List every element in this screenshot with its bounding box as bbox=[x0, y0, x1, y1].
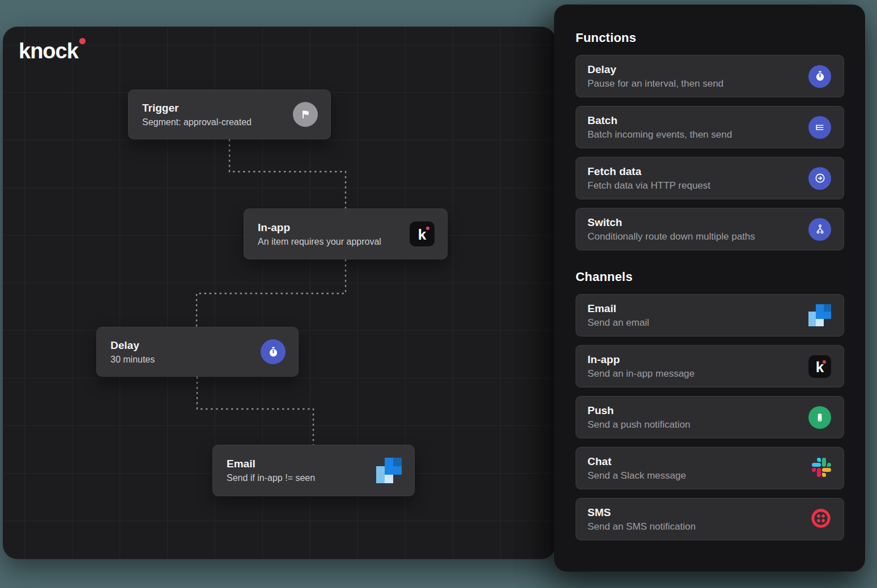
workflow-node-in-app[interactable]: In-appAn item requires your approval k bbox=[244, 208, 448, 259]
workflow-node-delay[interactable]: Delay30 minutes bbox=[96, 327, 299, 377]
function-item-switch[interactable]: SwitchConditionally route down multiple … bbox=[576, 208, 844, 250]
connector-2 bbox=[197, 259, 346, 327]
section-title-channels: Channels bbox=[576, 270, 844, 284]
channel-item-push[interactable]: PushSend a push notification bbox=[576, 396, 844, 438]
switch-icon bbox=[808, 218, 831, 241]
item-subtitle: Batch incoming events, then send bbox=[587, 129, 732, 140]
function-item-delay[interactable]: DelayPause for an interval, then send bbox=[576, 55, 844, 97]
item-title: Push bbox=[587, 404, 690, 417]
item-subtitle: Send a Slack message bbox=[587, 470, 686, 482]
channel-item-chat[interactable]: ChatSend a Slack message bbox=[576, 447, 844, 489]
item-subtitle: Conditionally route down multiple paths bbox=[587, 231, 755, 242]
item-subtitle: Fetch data via HTTP request bbox=[587, 180, 710, 191]
item-title: Batch bbox=[587, 114, 732, 127]
item-title: In-app bbox=[587, 353, 695, 366]
delay-icon bbox=[261, 339, 286, 364]
channel-item-sms[interactable]: SMSSend an SMS notification bbox=[576, 498, 844, 540]
sendgrid-icon bbox=[376, 458, 402, 483]
item-title: SMS bbox=[587, 506, 696, 519]
connector-3 bbox=[197, 377, 313, 445]
item-subtitle: Send an SMS notification bbox=[587, 521, 696, 532]
item-subtitle: Send an email bbox=[587, 317, 649, 329]
item-title: Email bbox=[587, 302, 649, 315]
workflow-canvas[interactable]: knock TriggerSegment: approval-createdIn… bbox=[3, 27, 556, 559]
twilio-icon bbox=[811, 508, 831, 531]
batch-icon bbox=[808, 116, 831, 139]
sendgrid-icon bbox=[808, 304, 831, 327]
channel-item-in-app[interactable]: In-appSend an in-app message k bbox=[576, 345, 844, 387]
flag-icon bbox=[293, 102, 318, 127]
workflow-node-email[interactable]: EmailSend if in-app != seen bbox=[212, 445, 415, 496]
node-subtitle: 30 minutes bbox=[110, 355, 155, 365]
node-title: In-app bbox=[258, 221, 381, 234]
node-title: Email bbox=[227, 458, 315, 470]
section-functions: FunctionsDelayPause for an interval, the… bbox=[576, 31, 844, 250]
node-title: Trigger bbox=[142, 102, 252, 114]
slack-icon bbox=[812, 458, 831, 479]
item-subtitle: Pause for an interval, then send bbox=[587, 78, 723, 90]
knock-icon: k bbox=[410, 221, 435, 246]
node-subtitle: Send if in-app != seen bbox=[227, 473, 315, 483]
workflow-node-trigger[interactable]: TriggerSegment: approval-created bbox=[128, 90, 331, 139]
function-item-batch[interactable]: BatchBatch incoming events, then send bbox=[576, 106, 844, 148]
item-subtitle: Send a push notification bbox=[587, 419, 690, 431]
node-subtitle: Segment: approval-created bbox=[142, 117, 252, 127]
item-title: Switch bbox=[587, 216, 755, 229]
knock-logo-text: knock bbox=[19, 39, 78, 63]
item-title: Delay bbox=[587, 63, 723, 76]
section-channels: ChannelsEmailSend an emailIn-appSend an … bbox=[576, 270, 844, 540]
push-icon bbox=[808, 406, 831, 429]
item-title: Fetch data bbox=[587, 165, 710, 178]
steps-panel: FunctionsDelayPause for an interval, the… bbox=[554, 5, 865, 572]
knock-icon: k bbox=[808, 355, 831, 378]
node-subtitle: An item requires your approval bbox=[258, 237, 381, 247]
node-title: Delay bbox=[110, 339, 155, 352]
section-title-functions: Functions bbox=[576, 31, 844, 45]
item-subtitle: Send an in-app message bbox=[587, 368, 695, 380]
knock-logo: knock bbox=[19, 39, 86, 63]
delay-icon bbox=[808, 65, 831, 88]
channel-item-email[interactable]: EmailSend an email bbox=[576, 294, 844, 336]
function-item-fetch-data[interactable]: Fetch dataFetch data via HTTP request bbox=[576, 157, 844, 199]
knock-logo-dot-icon bbox=[79, 38, 86, 44]
fetch-icon bbox=[808, 167, 831, 190]
connector-1 bbox=[229, 139, 346, 208]
item-title: Chat bbox=[587, 455, 686, 468]
